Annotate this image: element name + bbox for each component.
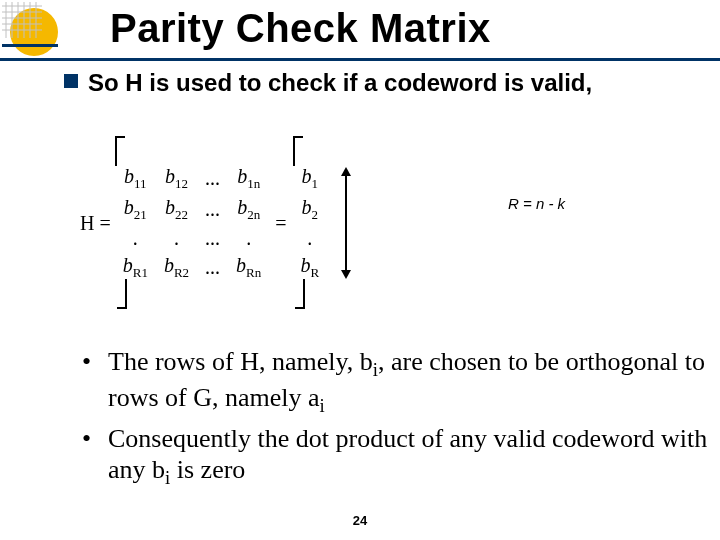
matrix-eq: = xyxy=(269,212,292,235)
title-underline xyxy=(0,58,720,61)
matrix-lhs: H = xyxy=(80,212,115,235)
slide-logo xyxy=(0,0,60,60)
dimension-arrow xyxy=(341,167,351,279)
bullet-1: The rows of H, namely, bi, are chosen to… xyxy=(82,346,720,417)
lead-text: So H is used to check if a codeword is v… xyxy=(88,68,658,98)
svg-point-1 xyxy=(10,8,58,56)
matrix-big: b11 b12 ... b1n b21 b22 ... b2n . . ... … xyxy=(115,140,270,306)
lead-bullet-icon xyxy=(64,74,78,88)
dimension-label: R = n - k xyxy=(508,195,565,212)
slide-title: Parity Check Matrix xyxy=(110,6,491,51)
bullet-list: The rows of H, namely, bi, are chosen to… xyxy=(42,346,720,496)
bullet-2: Consequently the dot product of any vali… xyxy=(82,423,720,490)
matrix-equation: H = b11 b12 ... b1n b21 b22 ... b2n . xyxy=(80,140,351,306)
svg-rect-13 xyxy=(2,44,58,47)
slide-number: 24 xyxy=(0,513,720,528)
matrix-vec: b1 b2 . bR xyxy=(293,140,328,306)
